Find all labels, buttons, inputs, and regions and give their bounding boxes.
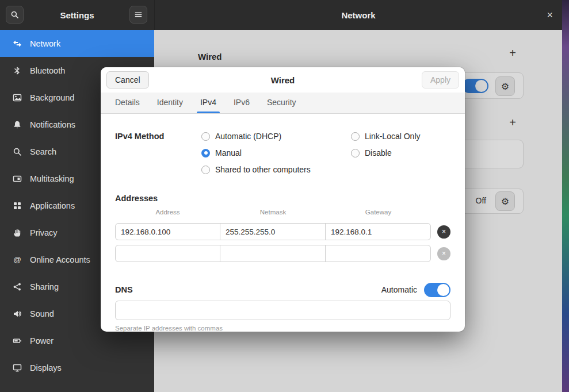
column-header-spacer <box>431 208 450 218</box>
remove-address-button[interactable]: × <box>437 247 450 260</box>
headerbar: Settings Network × <box>0 0 562 30</box>
dns-automatic-label: Automatic <box>381 285 417 294</box>
sidebar-item-label: Network <box>30 39 60 48</box>
page-title: Network <box>155 10 562 20</box>
sidebar-item-label: Bluetooth <box>30 66 65 75</box>
radio-label: Shared to other computers <box>215 165 311 174</box>
network-icon <box>13 39 22 48</box>
window-close-button[interactable]: × <box>547 0 553 30</box>
tab-security[interactable]: Security <box>258 93 305 113</box>
radio-circle-icon <box>201 149 210 157</box>
radio-manual[interactable]: Manual <box>201 148 351 158</box>
background-icon <box>13 93 22 102</box>
netmask-input[interactable] <box>220 245 326 262</box>
ipv4-options-col2: Link-Local OnlyDisable <box>351 131 421 175</box>
remove-address-button[interactable]: × <box>437 225 450 239</box>
wired-dialog: Cancel Wired Apply DetailsIdentityIPv4IP… <box>101 67 465 332</box>
address-input[interactable] <box>115 223 220 240</box>
delete-cell: × <box>431 245 450 262</box>
tab-identity[interactable]: Identity <box>148 93 192 113</box>
apply-button[interactable]: Apply <box>422 71 459 89</box>
menu-button[interactable] <box>129 6 147 24</box>
sidebar-item-label: Online Accounts <box>30 255 90 264</box>
column-header-netmask: Netmask <box>220 208 326 218</box>
netmask-input[interactable] <box>220 223 326 240</box>
gateway-input[interactable] <box>325 245 431 262</box>
radio-circle-icon <box>351 149 360 157</box>
sidebar-item-label: Privacy <box>30 228 58 237</box>
radio-shared-to-other-computers[interactable]: Shared to other computers <box>201 164 351 175</box>
screen: Settings Network × NetworkBluetoothBackg… <box>0 0 569 392</box>
sidebar-item-label: Applications <box>30 201 75 210</box>
tab-details[interactable]: Details <box>106 93 148 113</box>
radio-automatic-dhcp[interactable]: Automatic (DHCP) <box>201 131 351 141</box>
radio-circle-icon <box>201 132 210 141</box>
search-button[interactable] <box>6 6 24 24</box>
sidebar-item-label: Sharing <box>30 282 59 291</box>
radio-label: Manual <box>215 148 242 157</box>
sidebar-item-label: Search <box>30 147 56 156</box>
displays-icon <box>13 363 22 372</box>
ipv4-method-label: IPv4 Method <box>115 131 201 175</box>
tab-ipv4[interactable]: IPv4 <box>192 93 225 113</box>
radio-label: Disable <box>365 148 392 157</box>
ipv4-method-section: IPv4 Method Automatic (DHCP)ManualShared… <box>115 131 450 175</box>
column-header-address: Address <box>115 208 220 218</box>
privacy-icon <box>13 228 22 237</box>
radio-label: Link-Local Only <box>365 132 421 141</box>
notifications-icon <box>13 120 22 129</box>
dns-title: DNS <box>115 285 133 294</box>
search-icon <box>13 147 22 156</box>
addresses-grid: AddressNetmaskGateway×× <box>115 208 450 262</box>
dns-input[interactable] <box>115 301 450 320</box>
desktop-wallpaper <box>562 0 569 392</box>
bluetooth-icon <box>13 66 22 75</box>
radio-disable[interactable]: Disable <box>351 148 421 158</box>
addresses-title: Addresses <box>115 194 450 203</box>
dialog-header: Cancel Wired Apply <box>101 67 465 93</box>
delete-cell: × <box>431 223 450 240</box>
sidebar-item-displays[interactable]: Displays <box>0 354 154 381</box>
radio-label: Automatic (DHCP) <box>215 132 281 141</box>
close-icon: × <box>547 9 553 21</box>
dns-automatic-group: Automatic <box>381 283 450 297</box>
dns-helper-text: Separate IP addresses with commas <box>115 325 450 332</box>
sidebar-item-label: Displays <box>30 363 62 372</box>
dns-section: DNS Automatic <box>115 282 450 297</box>
dialog-title: Wired <box>101 75 465 85</box>
address-input[interactable] <box>115 245 220 262</box>
radio-circle-icon <box>201 166 210 174</box>
ipv4-options-col1: Automatic (DHCP)ManualShared to other co… <box>201 131 351 175</box>
tab-ipv6[interactable]: IPv6 <box>225 93 258 113</box>
headerbar-left: Settings <box>0 0 155 30</box>
column-header-gateway: Gateway <box>326 208 431 218</box>
dialog-tabs: DetailsIdentityIPv4IPv6Security <box>101 93 465 114</box>
sound-icon <box>13 309 22 318</box>
sidebar-item-network[interactable]: Network <box>0 30 154 57</box>
online-accounts-icon <box>13 255 22 264</box>
ipv4-page: IPv4 Method Automatic (DHCP)ManualShared… <box>101 114 465 332</box>
sidebar-item-label: Sound <box>30 309 54 318</box>
applications-icon <box>13 201 22 210</box>
sharing-icon <box>13 282 22 291</box>
gateway-input[interactable] <box>325 223 431 240</box>
sidebar-item-label: Notifications <box>30 120 75 129</box>
search-icon <box>10 10 19 19</box>
radio-link-local-only[interactable]: Link-Local Only <box>351 131 421 141</box>
radio-circle-icon <box>351 132 360 141</box>
hamburger-menu-icon <box>134 10 143 19</box>
multitasking-icon <box>13 174 22 183</box>
cancel-button[interactable]: Cancel <box>106 71 149 89</box>
power-icon <box>13 336 22 345</box>
sidebar-item-label: Background <box>30 93 74 102</box>
sidebar-item-label: Power <box>30 336 54 345</box>
headerbar-right: Network × <box>155 0 562 30</box>
dns-automatic-toggle[interactable] <box>424 283 450 297</box>
sidebar-item-label: Multitasking <box>30 174 74 183</box>
